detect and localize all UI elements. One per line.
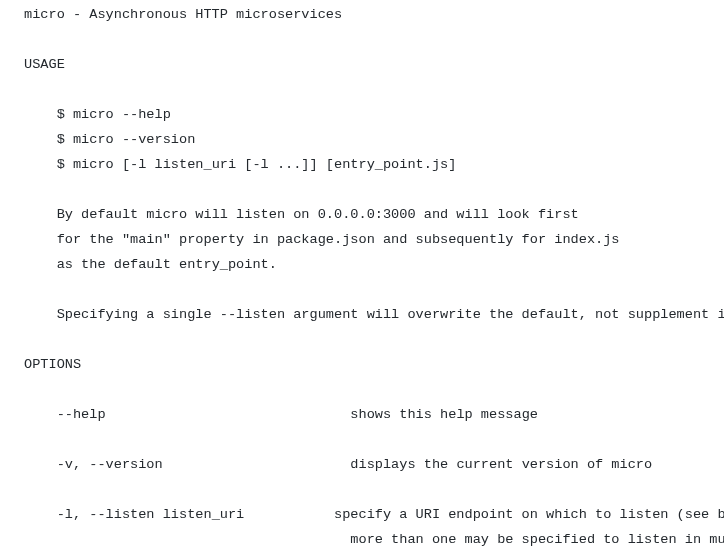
options-header: OPTIONS [24, 357, 81, 372]
option-desc-help: shows this help message [350, 407, 538, 422]
usage-line-1: $ micro --help [57, 107, 171, 122]
usage-line-3: $ micro [-l listen_uri [-l ...]] [entry_… [57, 157, 457, 172]
usage-desc-2: for the "main" property in package.json … [57, 232, 620, 247]
option-flag-version: -v, --version [57, 457, 163, 472]
option-desc-version: displays the current version of micro [350, 457, 652, 472]
help-text: micro - Asynchronous HTTP microservices … [0, 0, 724, 552]
usage-header: USAGE [24, 57, 65, 72]
usage-desc-3: as the default entry_point. [57, 257, 277, 272]
usage-line-2: $ micro --version [57, 132, 196, 147]
option-desc-listen-2: more than one may be specified to listen… [350, 532, 724, 547]
option-flag-help: --help [57, 407, 106, 422]
usage-desc-1: By default micro will listen on 0.0.0.0:… [57, 207, 579, 222]
usage-note: Specifying a single --listen argument wi… [57, 307, 724, 322]
option-flag-listen: -l, --listen listen_uri [57, 507, 245, 522]
option-desc-listen-1: specify a URI endpoint on which to liste… [334, 507, 724, 522]
title-line: micro - Asynchronous HTTP microservices [24, 7, 342, 22]
